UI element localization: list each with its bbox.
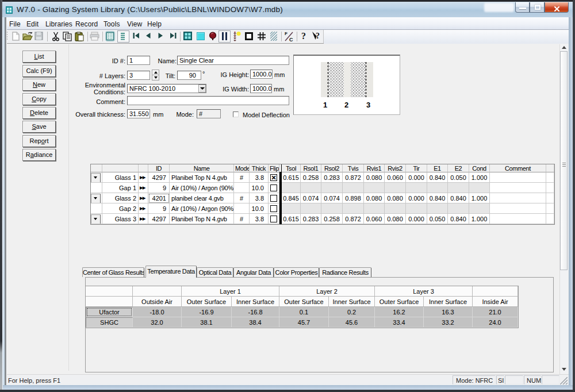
svg-text:C: C: [289, 37, 293, 42]
svg-text:F: F: [285, 31, 288, 36]
svg-text:?: ?: [316, 32, 320, 40]
